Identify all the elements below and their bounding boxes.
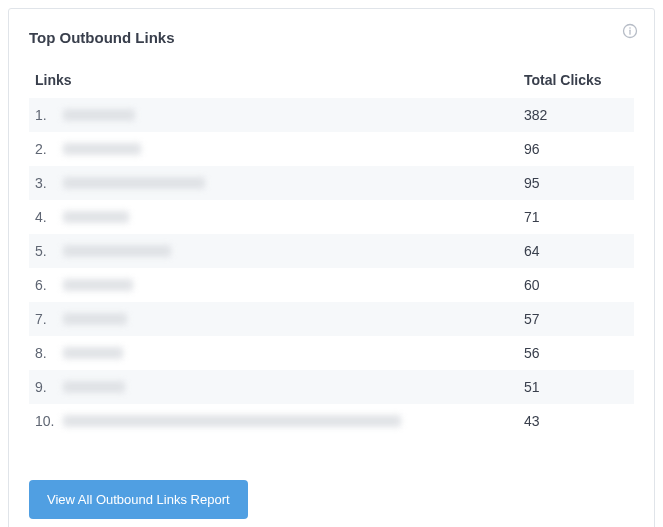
row-clicks: 96 [524, 141, 624, 157]
table-body: 1. 382 2. 96 3. 95 4. 71 5. 64 6. 60 [29, 98, 634, 438]
row-clicks: 95 [524, 175, 624, 191]
row-index: 10. [35, 413, 63, 429]
redacted-link [63, 381, 125, 393]
row-index: 6. [35, 277, 63, 293]
row-clicks: 64 [524, 243, 624, 259]
row-index: 8. [35, 345, 63, 361]
redacted-link [63, 143, 141, 155]
row-link[interactable] [63, 245, 524, 257]
row-clicks: 382 [524, 107, 624, 123]
table-row: 3. 95 [29, 166, 634, 200]
redacted-link [63, 313, 127, 325]
header-links: Links [35, 72, 524, 88]
row-index: 2. [35, 141, 63, 157]
row-clicks: 57 [524, 311, 624, 327]
row-index: 7. [35, 311, 63, 327]
row-index: 1. [35, 107, 63, 123]
redacted-link [63, 177, 205, 189]
row-link[interactable] [63, 109, 524, 121]
redacted-link [63, 109, 135, 121]
row-link[interactable] [63, 211, 524, 223]
table-header: Links Total Clicks [29, 64, 634, 98]
row-clicks: 51 [524, 379, 624, 395]
outbound-links-card: Top Outbound Links Links Total Clicks 1.… [8, 8, 655, 527]
redacted-link [63, 279, 133, 291]
info-icon[interactable] [622, 23, 638, 39]
redacted-link [63, 245, 171, 257]
row-clicks: 71 [524, 209, 624, 225]
row-index: 4. [35, 209, 63, 225]
header-clicks: Total Clicks [524, 72, 624, 88]
table-row: 8. 56 [29, 336, 634, 370]
redacted-link [63, 211, 129, 223]
table-row: 1. 382 [29, 98, 634, 132]
card-title: Top Outbound Links [29, 29, 634, 46]
table-row: 9. 51 [29, 370, 634, 404]
row-link[interactable] [63, 177, 524, 189]
svg-point-1 [629, 27, 631, 29]
row-index: 9. [35, 379, 63, 395]
row-link[interactable] [63, 279, 524, 291]
card-footer: View All Outbound Links Report [29, 480, 634, 519]
row-link[interactable] [63, 381, 524, 393]
view-report-button[interactable]: View All Outbound Links Report [29, 480, 248, 519]
redacted-link [63, 347, 123, 359]
table-row: 2. 96 [29, 132, 634, 166]
row-link[interactable] [63, 415, 524, 427]
row-index: 3. [35, 175, 63, 191]
table-row: 4. 71 [29, 200, 634, 234]
table-row: 6. 60 [29, 268, 634, 302]
row-clicks: 56 [524, 345, 624, 361]
row-index: 5. [35, 243, 63, 259]
redacted-link [63, 415, 401, 427]
row-link[interactable] [63, 313, 524, 325]
row-link[interactable] [63, 347, 524, 359]
table-row: 10. 43 [29, 404, 634, 438]
table-row: 7. 57 [29, 302, 634, 336]
row-clicks: 43 [524, 413, 624, 429]
row-link[interactable] [63, 143, 524, 155]
row-clicks: 60 [524, 277, 624, 293]
table-row: 5. 64 [29, 234, 634, 268]
